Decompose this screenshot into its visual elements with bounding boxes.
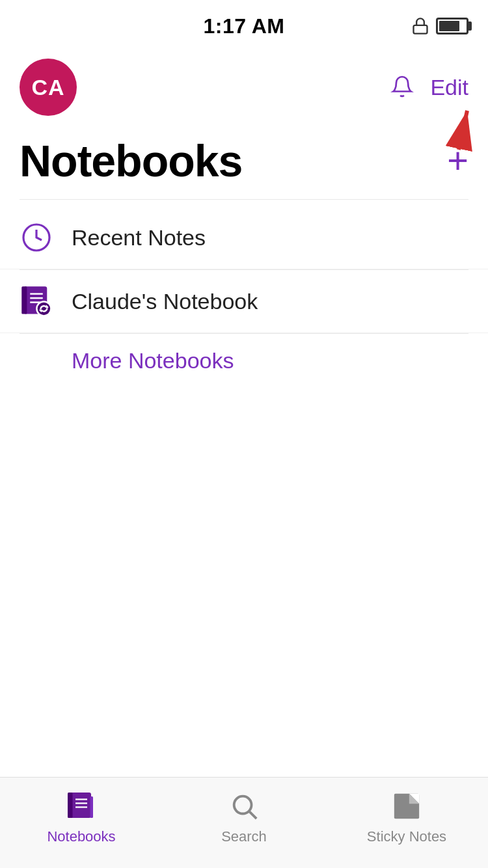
list-item[interactable]: Recent Notes [0, 206, 488, 269]
header-actions: Edit [387, 72, 468, 103]
tab-search[interactable]: Search [163, 789, 325, 845]
more-notebooks-button[interactable]: More Notebooks [0, 334, 253, 388]
page-title: Notebooks [20, 135, 242, 186]
notebooks-tab-icon [64, 789, 98, 823]
notebook-icon [20, 284, 53, 318]
recent-notes-label: Recent Notes [72, 225, 206, 251]
notifications-button[interactable] [387, 72, 417, 103]
notebooks-tab-label: Notebooks [47, 828, 115, 845]
sticky-notes-tab-label: Sticky Notes [367, 828, 446, 845]
recent-notes-icon [20, 221, 53, 254]
lock-icon [411, 17, 429, 35]
tab-notebooks[interactable]: Notebooks [0, 789, 163, 845]
header-row: CA Edit [0, 52, 488, 122]
status-bar: 1:17 AM [0, 0, 488, 52]
battery-icon [436, 18, 468, 34]
title-row: Notebooks + [0, 122, 488, 199]
bell-icon [390, 75, 414, 98]
edit-button[interactable]: Edit [430, 75, 468, 100]
svg-point-10 [38, 303, 51, 316]
avatar[interactable]: CA [20, 59, 77, 116]
claudes-notebook-label: Claude's Notebook [72, 289, 258, 314]
svg-rect-16 [90, 796, 94, 818]
svg-line-18 [250, 812, 257, 819]
status-time: 1:17 AM [203, 14, 284, 38]
svg-rect-5 [21, 286, 27, 314]
add-notebook-button[interactable]: + [447, 142, 468, 179]
list-item[interactable]: Claude's Notebook [0, 270, 488, 333]
search-tab-label: Search [221, 828, 267, 845]
svg-rect-0 [414, 25, 427, 34]
search-tab-icon [227, 789, 261, 823]
list-section: Recent Notes [0, 200, 488, 394]
tab-bar: Notebooks Search Sticky Notes [0, 777, 488, 868]
svg-point-17 [234, 796, 252, 814]
svg-rect-12 [68, 793, 73, 818]
status-right [411, 17, 468, 35]
svg-rect-11 [70, 793, 91, 818]
tab-sticky-notes[interactable]: Sticky Notes [325, 789, 488, 845]
sticky-notes-tab-icon [390, 789, 424, 823]
